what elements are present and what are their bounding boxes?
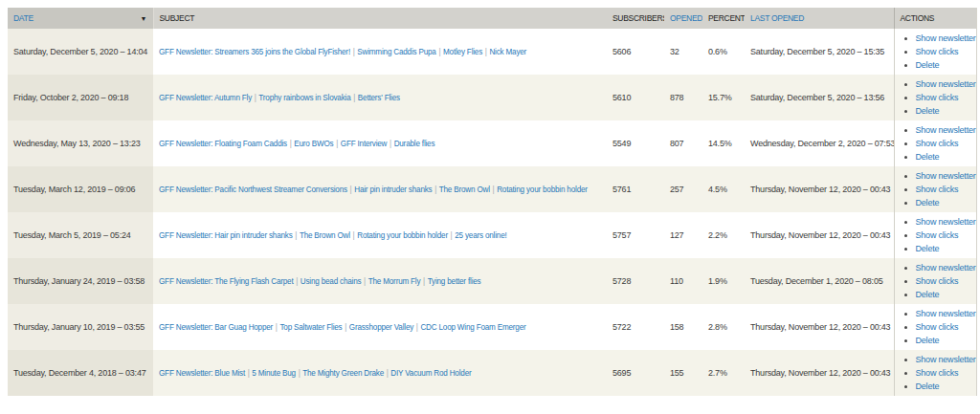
subject-cell: GFF Newsletter: Pacific Northwest Stream… [153, 166, 607, 212]
date-cell: Tuesday, March 12, 2019 – 09:06 [8, 166, 153, 212]
show-newsletter-link[interactable]: Show newsletter [916, 79, 976, 89]
subject-link[interactable]: GFF Newsletter: Autumn Fly|Trophy rainbo… [159, 93, 400, 102]
show-newsletter-link[interactable]: Show newsletter [916, 125, 976, 135]
delete-link[interactable]: Delete [916, 381, 940, 391]
subject-cell: GFF Newsletter: Floating Foam Caddis|Eur… [153, 120, 607, 166]
delete-link[interactable]: Delete [916, 244, 940, 253]
subject-link[interactable]: GFF Newsletter: Streamers 365 joins the … [159, 47, 526, 56]
subject-part: GFF Newsletter: Bar Guag Hopper [159, 322, 273, 332]
delete-link[interactable]: Delete [916, 60, 940, 70]
action-item: Delete [916, 334, 976, 347]
subject-part: Nick Mayer [489, 47, 526, 56]
subject-part: Hair pin intruder shanks [354, 185, 432, 194]
action-item: Delete [916, 380, 976, 393]
column-header-opened[interactable]: OPENED [664, 8, 702, 29]
subject-part: GFF Newsletter: Hair pin intruder shanks [159, 230, 293, 240]
show-newsletter-link[interactable]: Show newsletter [916, 33, 976, 43]
actions-list: Show newsletter Show clicks Delete [901, 32, 976, 72]
show-clicks-link[interactable]: Show clicks [916, 47, 959, 56]
action-item: Show newsletter [916, 32, 976, 45]
delete-link[interactable]: Delete [916, 152, 940, 162]
opened-cell: 155 [664, 350, 702, 396]
opened-cell: 257 [664, 166, 702, 212]
date-sort-link[interactable]: DATE [13, 13, 33, 23]
subject-part: GFF Newsletter: Streamers 365 joins the … [159, 47, 350, 56]
date-cell: Saturday, December 5, 2020 – 14:04 [8, 29, 153, 75]
show-newsletter-link[interactable]: Show newsletter [916, 355, 976, 364]
actions-cell: Show newsletter Show clicks Delete [894, 212, 976, 258]
show-newsletter-link[interactable]: Show newsletter [916, 217, 976, 227]
show-newsletter-link[interactable]: Show newsletter [916, 263, 976, 272]
subject-link[interactable]: GFF Newsletter: Bar Guag Hopper|Top Salt… [159, 322, 526, 332]
actions-cell: Show newsletter Show clicks Delete [894, 166, 976, 212]
show-newsletter-link[interactable]: Show newsletter [916, 171, 976, 181]
subject-separator: | [434, 185, 436, 194]
action-item: Delete [916, 104, 976, 118]
subject-part: The Brown Owl [300, 230, 350, 240]
newsletter-table-wrap: DATE ▼ SUBJECT SUBSCRIBERS OPENED PERCEN… [8, 8, 976, 396]
subject-link[interactable]: GFF Newsletter: Blue Mist|5 Minute Bug|T… [159, 368, 471, 378]
show-clicks-link[interactable]: Show clicks [916, 368, 959, 378]
percent-cell: 2.7% [702, 350, 745, 396]
actions-list: Show newsletter Show clicks Delete [901, 123, 976, 163]
subject-part: GFF Newsletter: The Flying Flash Carpet [159, 276, 293, 286]
delete-link[interactable]: Delete [916, 336, 940, 345]
subject-separator: | [364, 276, 366, 286]
opened-cell: 807 [664, 120, 702, 166]
action-item: Show clicks [916, 183, 976, 196]
subject-part: Tying better flies [428, 276, 481, 286]
subject-part: The Morrum Fly [368, 276, 421, 286]
show-newsletter-link[interactable]: Show newsletter [916, 309, 976, 318]
subject-part: Euro BWOs [294, 139, 333, 148]
column-header-date[interactable]: DATE ▼ [8, 8, 153, 29]
subject-link[interactable]: GFF Newsletter: Floating Foam Caddis|Eur… [159, 139, 434, 148]
subject-cell: GFF Newsletter: Blue Mist|5 Minute Bug|T… [153, 350, 607, 396]
action-item: Delete [916, 288, 976, 301]
date-cell: Thursday, January 10, 2019 – 03:55 [8, 304, 153, 350]
column-header-last-opened[interactable]: LAST OPENED [745, 8, 894, 29]
show-clicks-link[interactable]: Show clicks [916, 230, 959, 240]
subject-link[interactable]: GFF Newsletter: The Flying Flash Carpet|… [159, 276, 480, 286]
subject-separator: | [390, 139, 391, 148]
last-opened-cell: Thursday, November 12, 2020 – 00:43 [745, 304, 894, 350]
action-item: Show newsletter [916, 77, 976, 91]
action-item: Show clicks [916, 91, 976, 104]
date-cell: Thursday, January 24, 2019 – 03:58 [8, 258, 153, 304]
opened-cell: 110 [664, 258, 702, 304]
opened-sort-link[interactable]: OPENED [670, 13, 702, 23]
subject-part: Rotating your bobbin holder [357, 230, 448, 240]
subject-part: GFF Newsletter: Pacific Northwest Stream… [159, 185, 347, 194]
subject-separator: | [423, 276, 425, 286]
show-clicks-link[interactable]: Show clicks [916, 139, 959, 148]
show-clicks-link[interactable]: Show clicks [916, 185, 959, 194]
actions-list: Show newsletter Show clicks Delete [901, 353, 976, 393]
delete-link[interactable]: Delete [916, 198, 940, 207]
show-clicks-link[interactable]: Show clicks [916, 322, 959, 332]
subject-part: The Brown Owl [439, 185, 490, 194]
show-clicks-link[interactable]: Show clicks [916, 93, 959, 102]
action-item: Show newsletter [916, 353, 976, 366]
opened-cell: 127 [664, 212, 702, 258]
subject-part: Durable flies [394, 139, 435, 148]
action-item: Show newsletter [916, 307, 976, 320]
subject-link[interactable]: GFF Newsletter: Hair pin intruder shanks… [159, 230, 507, 240]
newsletter-admin-page: DATE ▼ SUBJECT SUBSCRIBERS OPENED PERCEN… [0, 0, 980, 414]
date-cell: Tuesday, December 4, 2018 – 03:47 [8, 350, 153, 396]
last-opened-cell: Saturday, December 5, 2020 – 13:56 [745, 75, 894, 120]
subject-cell: GFF Newsletter: Streamers 365 joins the … [153, 29, 607, 75]
subject-part: DIY Vacuum Rod Holder [390, 368, 471, 378]
last-opened-cell: Tuesday, December 1, 2020 – 08:05 [745, 258, 894, 304]
action-item: Show newsletter [916, 123, 976, 137]
subject-separator: | [438, 47, 440, 56]
subject-link[interactable]: GFF Newsletter: Pacific Northwest Stream… [159, 185, 588, 194]
subject-separator: | [350, 185, 352, 194]
delete-link[interactable]: Delete [916, 290, 940, 299]
last-opened-sort-link[interactable]: LAST OPENED [750, 13, 804, 23]
subject-part: GFF Newsletter: Floating Foam Caddis [159, 139, 287, 148]
show-clicks-link[interactable]: Show clicks [916, 276, 959, 286]
delete-link[interactable]: Delete [916, 106, 940, 116]
action-item: Show clicks [916, 229, 976, 242]
actions-list: Show newsletter Show clicks Delete [901, 261, 976, 301]
subject-part: Swimming Caddis Pupa [357, 47, 435, 56]
actions-list: Show newsletter Show clicks Delete [901, 77, 976, 118]
